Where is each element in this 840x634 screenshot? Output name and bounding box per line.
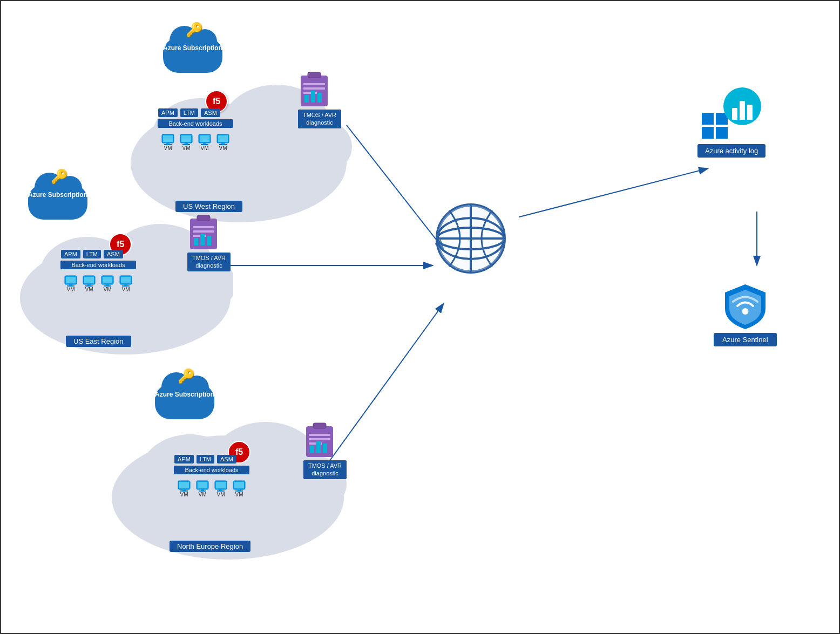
us-east-region-label: US East Region xyxy=(66,336,131,347)
north-europe-sub-label: Azure Subscription xyxy=(155,391,214,398)
f5-logo-west: f5 xyxy=(213,97,220,106)
svg-rect-18 xyxy=(181,135,191,142)
svg-rect-90 xyxy=(310,446,314,453)
svg-line-1 xyxy=(347,125,444,249)
us-west-ltm: LTM xyxy=(180,108,198,117)
svg-rect-30 xyxy=(303,87,325,90)
us-west-tmos-label: TMOS / AVRdiagnostic xyxy=(298,110,341,128)
svg-rect-22 xyxy=(200,135,209,142)
north-europe-vm4: VM xyxy=(232,480,246,497)
north-europe-vm1: VM xyxy=(177,480,191,497)
north-europe-modules: APM LTM ASM Back-end workloads VM VM VM … xyxy=(174,454,249,497)
svg-rect-33 xyxy=(311,91,315,103)
us-east-vm3: VM xyxy=(100,275,114,292)
us-west-region-label: US West Region xyxy=(175,201,242,212)
svg-rect-88 xyxy=(309,438,330,440)
svg-rect-43 xyxy=(66,277,76,283)
north-europe-vm2: VM xyxy=(195,480,209,497)
us-east-ltm: LTM xyxy=(83,250,101,258)
north-europe-tmos: TMOS / AVRdiagnostic xyxy=(303,422,347,479)
svg-rect-63 xyxy=(207,236,211,246)
us-west-asm: ASM xyxy=(201,108,220,117)
svg-rect-26 xyxy=(218,135,228,142)
svg-rect-91 xyxy=(316,441,321,453)
north-europe-subscription: 🔑 Azure Subscription xyxy=(155,368,214,417)
svg-rect-62 xyxy=(200,234,205,246)
us-west-vm1: VM xyxy=(161,133,175,151)
svg-rect-80 xyxy=(216,482,226,488)
us-west-apm: APM xyxy=(158,108,178,117)
us-east-apm: APM xyxy=(61,250,80,258)
us-west-sub-label: Azure Subscription xyxy=(163,44,222,52)
north-europe-tmos-label: TMOS / AVRdiagnostic xyxy=(303,460,347,479)
diagram-container: 🔑 Azure Subscription f5 APM LTM ASM Back… xyxy=(1,1,839,633)
svg-rect-32 xyxy=(304,95,309,103)
us-east-vm1: VM xyxy=(64,275,78,292)
us-west-vm3: VM xyxy=(198,133,212,151)
svg-rect-47 xyxy=(84,277,94,283)
svg-rect-28 xyxy=(308,72,321,78)
us-east-asm: ASM xyxy=(104,250,123,258)
svg-rect-84 xyxy=(234,482,244,488)
svg-rect-92 xyxy=(323,444,327,453)
north-europe-apm: APM xyxy=(174,455,194,463)
svg-rect-86 xyxy=(313,423,326,428)
us-east-sub-label: Azure Subscription xyxy=(28,191,87,199)
svg-rect-76 xyxy=(198,482,207,488)
activity-log-label: Azure activity log xyxy=(697,144,766,158)
azure-sentinel: Azure Sentinel xyxy=(714,282,777,346)
svg-rect-57 xyxy=(197,215,210,221)
north-europe-backend: Back-end workloads xyxy=(174,466,249,474)
us-west-modules: APM LTM ASM Back-end workloads VM xyxy=(158,108,233,151)
us-west-tmos: TMOS / AVRdiagnostic xyxy=(298,71,341,128)
north-europe-ltm: LTM xyxy=(197,455,214,463)
svg-rect-59 xyxy=(193,230,214,233)
us-east-tmos: TMOS / AVRdiagnostic xyxy=(187,214,231,271)
globe-icon xyxy=(433,201,509,276)
us-west-backend: Back-end workloads xyxy=(158,119,233,128)
north-europe-asm: ASM xyxy=(217,455,236,463)
azure-activity-log: Azure activity log xyxy=(697,87,766,158)
sentinel-icon xyxy=(722,282,768,330)
north-europe-region-label: North Europe Region xyxy=(170,541,250,552)
us-east-vm2: VM xyxy=(82,275,96,292)
svg-rect-34 xyxy=(317,93,322,103)
f5-logo-east: f5 xyxy=(117,240,124,249)
svg-rect-87 xyxy=(309,434,330,436)
sentinel-label: Azure Sentinel xyxy=(714,333,777,346)
svg-rect-61 xyxy=(194,238,198,246)
svg-rect-14 xyxy=(163,135,173,142)
us-east-backend: Back-end workloads xyxy=(60,261,136,269)
us-east-vm4: VM xyxy=(119,275,133,292)
svg-rect-55 xyxy=(121,277,131,283)
svg-rect-58 xyxy=(193,226,214,228)
svg-rect-29 xyxy=(303,83,325,85)
us-west-vm4: VM xyxy=(216,133,230,151)
us-east-subscription: 🔑 Azure Subscription xyxy=(28,168,87,217)
us-west-subscription: 🔑 Azure Subscription xyxy=(163,22,222,70)
svg-rect-51 xyxy=(103,277,112,283)
svg-line-4 xyxy=(519,168,708,217)
svg-point-99 xyxy=(742,308,748,315)
north-europe-vm3: VM xyxy=(214,480,228,497)
svg-rect-72 xyxy=(179,482,189,488)
us-west-vm2: VM xyxy=(179,133,193,151)
us-east-tmos-label: TMOS / AVRdiagnostic xyxy=(187,253,231,271)
svg-line-3 xyxy=(330,303,444,460)
globe-svg xyxy=(433,201,509,276)
us-east-modules: APM LTM ASM Back-end workloads VM VM VM … xyxy=(60,249,136,292)
